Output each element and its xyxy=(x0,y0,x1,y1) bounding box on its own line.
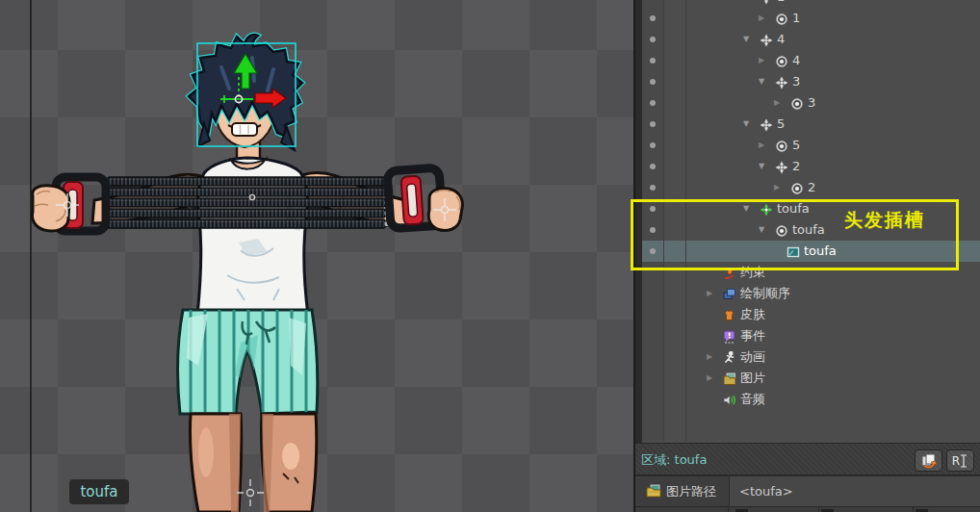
region-label: 区域: toufa xyxy=(641,444,707,475)
property-row-partial xyxy=(635,506,980,512)
tree-row-label: 5 xyxy=(777,114,785,135)
region-bar: 区域: toufa R xyxy=(635,443,980,474)
visibility-dot[interactable] xyxy=(650,37,656,42)
expand-arrow-icon[interactable]: ▶ xyxy=(707,346,712,368)
bone-icon xyxy=(775,160,788,173)
tree-row-label: 4 xyxy=(777,29,785,50)
collapse-arrow-icon[interactable]: ▼ xyxy=(759,71,764,92)
tree-row-slot-4[interactable]: ▶4 xyxy=(635,50,980,71)
visibility-dot[interactable] xyxy=(650,142,656,148)
tree-row-label: 4 xyxy=(792,50,800,71)
tree-row-slot-3[interactable]: ▶3 xyxy=(635,92,980,114)
text-cursor-icon xyxy=(960,454,968,468)
expand-arrow-icon[interactable]: ▶ xyxy=(759,135,764,156)
properties-section: 图片路径 <toufa> xyxy=(635,474,980,506)
expand-arrow-icon[interactable]: ▶ xyxy=(759,50,764,71)
tree-row-label: 3 xyxy=(792,71,800,92)
animation-icon xyxy=(723,350,736,364)
visibility-dot[interactable] xyxy=(650,227,656,233)
annotation-text: 头发插槽 xyxy=(844,208,925,233)
tree-row-bone-2[interactable]: ▼2 xyxy=(635,156,980,177)
constraint-icon xyxy=(723,266,736,279)
expand-arrow-icon[interactable]: ▶ xyxy=(707,283,712,304)
tree-row-label: 绘制顺序 xyxy=(740,283,790,304)
slot-icon xyxy=(790,96,804,110)
tree-row-bone-3[interactable]: ▼3 xyxy=(635,71,980,92)
character-artwork xyxy=(0,0,633,512)
expand-arrow-icon[interactable]: ▶ xyxy=(759,8,764,29)
tree-row-event-事件[interactable]: 事件 xyxy=(635,325,980,346)
slot-icon xyxy=(775,54,788,67)
tree-row-label: 1 xyxy=(777,0,785,8)
collapse-arrow-icon[interactable]: ▼ xyxy=(743,198,749,219)
expand-arrow-icon[interactable]: ▶ xyxy=(774,92,780,114)
tree-row-image-toufa[interactable]: toufa xyxy=(635,241,980,262)
tree-row-label: 皮肤 xyxy=(740,304,765,325)
collapse-arrow-icon[interactable]: ▼ xyxy=(743,0,749,8)
tree-row-audio-音频[interactable]: 音频 xyxy=(635,389,980,410)
audio-icon xyxy=(723,393,736,406)
tree-row-bone-5[interactable]: ▼5 xyxy=(635,114,980,135)
bone-green-icon xyxy=(760,202,773,216)
tree-row-constraint-约束[interactable]: 约束 xyxy=(635,262,980,283)
tree-row-slot-2[interactable]: ▶2 xyxy=(635,177,980,198)
tree-row-bone-1[interactable]: ▼1 xyxy=(635,0,980,8)
tree-row-label: 图片 xyxy=(740,368,765,389)
event-icon xyxy=(723,329,736,343)
visibility-dot[interactable] xyxy=(650,248,656,254)
expand-arrow-icon[interactable]: ▶ xyxy=(774,177,780,198)
viewport-canvas[interactable]: toufa xyxy=(0,0,633,512)
collapse-arrow-icon[interactable]: ▼ xyxy=(743,29,749,50)
panel-edge-strip xyxy=(635,0,642,443)
folder-image-icon xyxy=(646,484,661,498)
tree-row-animation-动画[interactable]: ▶动画 xyxy=(635,346,980,368)
image-path-label-text: 图片路径 xyxy=(666,484,716,499)
tree-row-images-图片[interactable]: ▶图片 xyxy=(635,368,980,389)
tree-rows: ▼1▶1▼4▶4▼3▶3▼5▶5▼2▶2▼toufa▼toufatoufa约束▶… xyxy=(635,0,980,443)
draw-order-icon xyxy=(723,287,736,300)
tree-row-bone-green-toufa[interactable]: ▼toufa xyxy=(635,198,980,219)
visibility-dot[interactable] xyxy=(650,100,656,106)
spine-editor-window: toufa ▼1▶1▼4▶4▼3▶3▼5▶5▼2▶2▼toufa▼toufato… xyxy=(0,0,980,512)
character-left-fist xyxy=(33,186,70,231)
region-label-text: 区域: xyxy=(641,452,670,467)
tree-row-skin-皮肤[interactable]: 皮肤 xyxy=(635,304,980,325)
tree-row-slot-1[interactable]: ▶1 xyxy=(635,8,980,29)
skin-icon xyxy=(723,308,736,321)
tree-row-slot-5[interactable]: ▶5 xyxy=(635,135,980,156)
replace-image-icon xyxy=(920,453,938,469)
tree-row-label: 2 xyxy=(792,156,800,177)
tree-row-draw-order-绘制顺序[interactable]: ▶绘制顺序 xyxy=(635,283,980,304)
visibility-dot[interactable] xyxy=(650,185,656,191)
visibility-dot[interactable] xyxy=(650,206,656,212)
visibility-dot[interactable] xyxy=(650,164,656,169)
tree-row-label: toufa xyxy=(804,241,837,262)
slot-icon xyxy=(775,139,788,152)
collapse-arrow-icon[interactable]: ▼ xyxy=(759,156,764,177)
tree-row-slot-toufa[interactable]: ▼toufa xyxy=(635,219,980,241)
bone-icon xyxy=(760,0,773,4)
visibility-dot[interactable] xyxy=(650,79,656,85)
slot-icon xyxy=(790,181,804,194)
tree-row-bone-4[interactable]: ▼4 xyxy=(635,29,980,50)
collapse-arrow-icon[interactable]: ▼ xyxy=(759,219,764,241)
tree-row-label: 5 xyxy=(792,135,800,156)
bone-icon xyxy=(760,33,773,46)
character-legs xyxy=(190,414,316,512)
image-path-value[interactable]: <toufa> xyxy=(731,476,980,506)
bone-icon xyxy=(775,75,788,89)
tree-row-label: 2 xyxy=(808,177,815,198)
replace-image-button[interactable] xyxy=(915,449,942,472)
visibility-dot[interactable] xyxy=(650,58,656,64)
tree-row-label: 1 xyxy=(792,8,800,29)
tree-row-label: 动画 xyxy=(740,346,765,368)
visibility-dot[interactable] xyxy=(650,121,656,127)
tree-row-label: toufa xyxy=(777,198,810,219)
pivot-handle xyxy=(235,95,242,102)
rename-button-glyph: R xyxy=(952,454,960,468)
expand-arrow-icon[interactable]: ▶ xyxy=(707,368,712,389)
expander-springs xyxy=(103,177,390,228)
visibility-dot[interactable] xyxy=(650,15,656,21)
rename-button[interactable]: R xyxy=(946,449,974,472)
collapse-arrow-icon[interactable]: ▼ xyxy=(743,114,749,135)
